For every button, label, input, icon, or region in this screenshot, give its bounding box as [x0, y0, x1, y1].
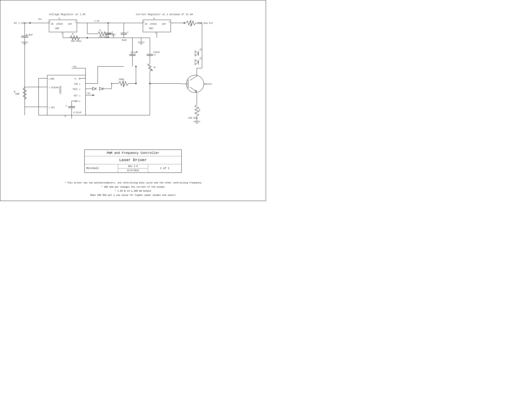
svg-point-110 — [111, 83, 112, 84]
svg-point-85 — [149, 83, 151, 84]
c001uf-label: 0.01uF — [73, 111, 82, 114]
lm350-label1: LM350 — [56, 23, 63, 26]
in-label1: IN — [51, 23, 54, 26]
date-label: 12/5/2012 — [127, 169, 139, 172]
current-regulator-label: Current Regulator at a minimum of 13 mA — [136, 13, 193, 16]
out-555: OUT — [51, 106, 55, 109]
lm555c-label: LM555C — [59, 86, 62, 94]
r100ohm2-label: 100 Ohm — [188, 117, 198, 119]
r100k-label: 100K — [119, 78, 124, 81]
pin7-555: 7 — [49, 87, 50, 89]
transistor-label: 2N2222 — [204, 83, 212, 85]
svg-line-101 — [200, 49, 202, 51]
svg-line-97 — [200, 58, 202, 59]
c220uf-label: 220uF — [153, 51, 160, 54]
sheet-title: Laser Driver — [119, 158, 147, 162]
c-second-label: C — [127, 31, 129, 34]
svg-line-100 — [199, 48, 201, 50]
out-label1: OUT — [68, 23, 72, 26]
lm350-box2 — [143, 20, 171, 32]
title-block-row1: PWM and Frequency Controller — [85, 150, 181, 156]
pin1-555: 1 — [49, 78, 50, 80]
date-cell: 12/5/2012 — [118, 169, 148, 172]
page-cell: 1 of 1 — [148, 164, 181, 172]
title-block-row2: Laser Driver — [85, 156, 181, 164]
pin5-555: 5 — [79, 101, 80, 103]
title-block-row3: Mitchell Rev 2.0 12/5/2012 1 of 1 — [85, 164, 181, 172]
note-1: * This driver has two potientiometers, o… — [64, 181, 202, 185]
out-label2: OUT — [162, 23, 166, 26]
schematic-area: Voltage Regulator at 1.8V U IN LM350 OUT… — [11, 7, 254, 129]
v6-label: 6V 1.25A — [14, 22, 26, 25]
vplus-555: V+ — [74, 78, 77, 80]
rev-label: Rev 2.0 — [128, 165, 138, 168]
pin4-555: 4 — [79, 95, 80, 97]
r-label-220: R — [99, 29, 101, 32]
c1uf-value: 1uF — [112, 34, 116, 36]
gnd-text: Gnd — [122, 39, 127, 42]
r-label-100: R — [72, 33, 73, 35]
c-right-label: C* — [154, 54, 157, 56]
voltage-regulator-label: Voltage Regulator at 1.8V — [49, 13, 86, 16]
r-adj-label: R* — [154, 66, 157, 69]
svg-point-82 — [135, 83, 137, 84]
note-2: * 100 ohm pot changes the current of the… — [64, 185, 202, 189]
pin2-lm350-1: 2 — [49, 21, 51, 23]
pin3-lm350-2: 3 — [169, 21, 170, 23]
plus6v-label2: +6v — [72, 65, 77, 68]
page-number: 1 of 1 — [160, 167, 169, 170]
pin3-lm350-1: 3 — [75, 21, 76, 23]
rev-cell: Rev 2.0 — [118, 164, 148, 169]
svg-marker-98 — [195, 51, 199, 56]
r100ohms-label: 100 Ohms — [71, 40, 82, 42]
lm350-box1 — [49, 20, 77, 32]
pin1-lm350-1: 1 — [61, 32, 63, 34]
gnd-label1: GND — [55, 27, 59, 30]
lm350-label2: LM350 — [150, 23, 157, 26]
title-block: PWM and Frequency Controller Laser Drive… — [84, 149, 182, 173]
project-title: PWM and Frequency Controller — [107, 151, 159, 155]
svg-marker-94 — [195, 59, 199, 65]
page: Voltage Regulator at 1.8V U IN LM350 OUT… — [0, 0, 266, 201]
c1uf-label: C — [112, 31, 113, 34]
svg-point-81 — [135, 66, 137, 67]
pin2-lm350-2: 2 — [143, 21, 145, 23]
author-cell: Mitchell — [85, 164, 118, 172]
c-mid-label: C* — [136, 51, 139, 54]
pin6-555: 6 — [79, 83, 80, 85]
c-left-label: C — [29, 34, 30, 36]
svg-marker-64 — [99, 87, 103, 90]
note-4: Make 100 Ohm pot a low value for higher … — [64, 193, 202, 197]
author-name: Mitchell — [86, 167, 99, 170]
pin2-555: 2 — [79, 88, 80, 91]
u-label1: U — [59, 17, 60, 20]
notes-area: * This driver has two potientiometers, o… — [64, 181, 202, 197]
note-3: * 1.8V @ 13-1,200 mA Output — [64, 189, 202, 193]
r-pot-label: <100 Ohm Pot — [197, 22, 213, 25]
r10k-value: 10K — [15, 93, 20, 95]
pin1-lm350-2: 1 — [155, 32, 156, 34]
gnd-555: GND — [51, 78, 54, 80]
u-555-label: U — [65, 115, 66, 118]
transistor-symbol — [186, 75, 204, 93]
r220ohms-label: 220 Ohms — [99, 36, 109, 39]
dischg-555: DISCHG — [51, 86, 59, 89]
pin3-555: 3 — [49, 107, 50, 109]
thr-555: THR — [74, 83, 78, 85]
rst-555: RST — [74, 95, 78, 97]
svg-point-27 — [108, 22, 109, 24]
plus6v-label3: +6v — [86, 92, 91, 95]
u-label2: U — [153, 17, 155, 20]
c-cv-label: C — [66, 104, 67, 107]
svg-line-96 — [199, 57, 201, 59]
svg-marker-62 — [93, 87, 96, 90]
r-emitter-label: R — [199, 109, 200, 111]
v18-label: 1.8v — [94, 20, 100, 22]
svg-line-53 — [147, 64, 152, 71]
in-label2: IN — [145, 23, 147, 26]
rev-date-cell: Rev 2.0 12/5/2012 — [118, 164, 148, 172]
gnd-label2: GND — [149, 27, 153, 30]
trig-555: TRIG — [72, 88, 77, 91]
plus6v-label1: +6v — [38, 18, 42, 20]
